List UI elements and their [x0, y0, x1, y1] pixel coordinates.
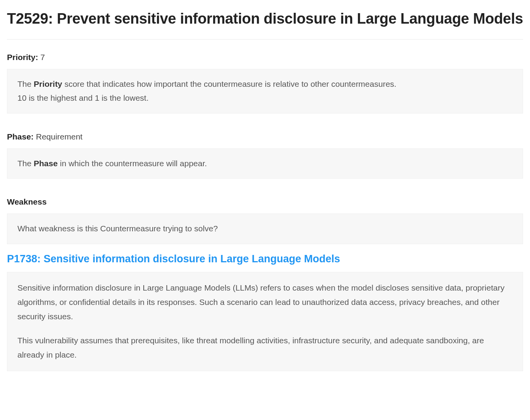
weakness-section: Weakness What weakness is this Counterme… [7, 196, 523, 371]
phase-desc-prefix: The [17, 159, 34, 168]
phase-description-box: The Phase in which the countermeasure wi… [7, 148, 523, 179]
weakness-heading: Weakness [7, 196, 523, 208]
weakness-para-2: This vulnerability assumes that prerequi… [17, 334, 513, 362]
phase-value: Requirement [36, 132, 83, 141]
phase-section: Phase: Requirement The Phase in which th… [7, 131, 523, 179]
priority-section: Priority: 7 The Priority score that indi… [7, 51, 523, 114]
phase-desc-suffix: in which the countermeasure will appear. [58, 159, 207, 168]
weakness-question-text: What weakness is this Countermeasure try… [17, 224, 218, 233]
phase-desc-bold: Phase [34, 159, 58, 168]
weakness-para-1: Sensitive information disclosure in Larg… [17, 281, 513, 324]
priority-desc-bold: Priority [34, 79, 62, 88]
priority-desc-line2: 10 is the highest and 1 is the lowest. [17, 91, 513, 105]
priority-field: Priority: 7 [7, 51, 523, 64]
phase-field: Phase: Requirement [7, 131, 523, 143]
priority-desc-prefix: The [17, 79, 34, 88]
priority-description-box: The Priority score that indicates how im… [7, 69, 523, 114]
weakness-question-box: What weakness is this Countermeasure try… [7, 213, 523, 244]
page-title: T2529: Prevent sensitive information dis… [7, 8, 523, 40]
weakness-link[interactable]: P1738: Sensitive information disclosure … [7, 251, 523, 267]
phase-label: Phase: [7, 132, 34, 141]
priority-label: Priority: [7, 53, 38, 62]
priority-value: 7 [40, 53, 45, 62]
weakness-description-box: Sensitive information disclosure in Larg… [7, 272, 523, 371]
priority-desc-line1-suffix: score that indicates how important the c… [62, 79, 397, 88]
